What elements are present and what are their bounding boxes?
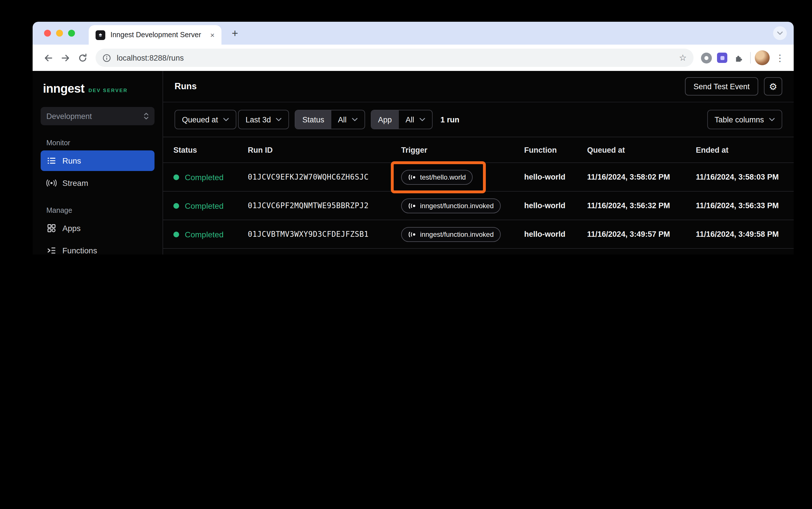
status-dot-icon <box>173 203 179 208</box>
page-title: Runs <box>174 81 685 92</box>
table-row[interactable]: Completed 01JCVC9EFKJ2W70WQHC6ZH6SJC tes… <box>163 163 794 192</box>
environment-select[interactable]: Development <box>41 107 155 125</box>
sidebar-item-label: Stream <box>62 178 88 188</box>
column-header-run-id: Run ID <box>248 145 401 154</box>
column-header-ended-at: Ended at <box>696 145 794 154</box>
gear-icon: ⚙ <box>769 81 777 92</box>
send-test-event-button[interactable]: Send Test Event <box>685 77 758 96</box>
site-info-icon[interactable] <box>102 54 111 62</box>
chevron-down-icon <box>419 118 425 121</box>
url-text: localhost:8288/runs <box>117 54 673 62</box>
chevron-down-icon <box>352 118 357 121</box>
sidebar-item-label: Runs <box>62 156 81 165</box>
run-count: 1 run <box>440 115 459 124</box>
browser-tabstrip: Inngest Development Server × + <box>33 22 794 45</box>
column-header-queued-at: Queued at <box>587 145 696 154</box>
window-controls <box>33 30 83 37</box>
event-trigger-icon <box>408 203 416 208</box>
sidebar: inngest DEV SERVER Development Monitor R… <box>33 71 163 254</box>
column-header-status: Status <box>173 145 248 154</box>
time-range-label: Last 3d <box>246 115 271 124</box>
trigger-badge[interactable]: inngest/function.invoked <box>401 227 501 242</box>
screenshot-stage: Inngest Development Server × + localhost… <box>0 0 812 254</box>
updown-chevron-icon <box>143 112 149 120</box>
column-header-function: Function <box>524 145 587 154</box>
sidebar-item-stream[interactable]: Stream <box>41 173 155 193</box>
trigger-badge[interactable]: test/hello.world <box>401 170 473 184</box>
toolbar-divider <box>750 52 751 64</box>
sidebar-item-label: Functions <box>62 246 97 254</box>
reload-icon[interactable] <box>74 49 91 66</box>
function-cell: hello-world <box>524 230 587 238</box>
tab-search-chevron-icon[interactable] <box>773 26 787 40</box>
close-tab-icon[interactable]: × <box>209 30 216 40</box>
functions-icon <box>46 245 57 254</box>
queued-at-cell: 11/16/2024, 3:58:02 PM <box>587 173 696 181</box>
function-cell: hello-world <box>524 173 587 181</box>
address-bar[interactable]: localhost:8288/runs ☆ <box>96 48 693 67</box>
manage-section-label: Manage <box>41 206 155 214</box>
status-cell: Completed <box>173 172 248 181</box>
monitor-section-label: Monitor <box>41 139 155 147</box>
time-field-label: Queued at <box>182 115 218 124</box>
app-filter-value[interactable]: All <box>398 110 432 129</box>
table-columns-label: Table columns <box>714 115 764 124</box>
environment-select-value: Development <box>46 112 92 121</box>
sidebar-item-runs[interactable]: Runs <box>41 150 155 171</box>
trigger-badge[interactable]: inngest/function.invoked <box>401 198 501 213</box>
status-filter-value[interactable]: All <box>331 110 364 129</box>
settings-gear-button[interactable]: ⚙ <box>764 77 782 96</box>
column-header-trigger: Trigger <box>401 145 524 154</box>
profile-avatar[interactable] <box>755 50 770 65</box>
sidebar-item-apps[interactable]: Apps <box>41 218 155 238</box>
inngest-logo: inngest <box>43 82 85 94</box>
ended-at-cell: 11/16/2024, 3:58:03 PM <box>696 173 794 181</box>
trigger-cell: inngest/function.invoked <box>401 227 501 242</box>
run-id-cell: 01JCVBTMV3WXY9D3CFDEJFZSB1 <box>248 230 401 238</box>
forward-icon[interactable] <box>57 49 74 66</box>
back-icon[interactable] <box>39 49 57 66</box>
time-field-filter[interactable]: Queued at <box>174 110 236 129</box>
event-trigger-icon <box>408 174 416 180</box>
function-cell: hello-world <box>524 201 587 210</box>
trigger-cell: inngest/function.invoked <box>401 198 501 213</box>
status-filter[interactable]: Status All <box>295 110 365 129</box>
new-tab-button[interactable]: + <box>232 28 238 39</box>
status-cell: Completed <box>173 201 248 210</box>
table-row[interactable]: Completed 01JCVBTMV3WXY9D3CFDEJFZSB1 inn… <box>163 220 794 249</box>
table-header: Status Run ID Trigger Function Queued at… <box>163 137 794 163</box>
zoom-window-button[interactable] <box>68 30 75 37</box>
chevron-down-icon <box>769 118 775 121</box>
browser-toolbar: localhost:8288/runs ☆ ⋮ <box>33 45 794 71</box>
privacy-extension-icon[interactable] <box>698 52 714 63</box>
apps-icon <box>46 223 57 233</box>
browser-menu-icon[interactable]: ⋮ <box>770 52 787 63</box>
minimize-window-button[interactable] <box>56 30 63 37</box>
close-window-button[interactable] <box>44 30 51 37</box>
browser-tab[interactable]: Inngest Development Server × <box>89 25 222 45</box>
dev-server-badge: DEV SERVER <box>89 88 128 94</box>
filter-bar: Queued at Last 3d Status All <box>163 102 794 137</box>
page-header: Runs Send Test Event ⚙ <box>163 71 794 102</box>
ended-at-cell: 11/16/2024, 3:56:33 PM <box>696 201 794 210</box>
browser-window: Inngest Development Server × + localhost… <box>33 22 794 254</box>
logo-row: inngest DEV SERVER <box>41 80 155 94</box>
purple-extension-icon[interactable] <box>714 53 730 63</box>
queued-at-cell: 11/16/2024, 3:49:57 PM <box>587 230 696 238</box>
ended-at-cell: 11/16/2024, 3:49:58 PM <box>696 230 794 238</box>
queued-at-cell: 11/16/2024, 3:56:32 PM <box>587 201 696 210</box>
app-filter-label: App <box>371 110 398 129</box>
chevron-down-icon <box>276 118 282 121</box>
runs-icon <box>46 156 57 166</box>
table-row[interactable]: Completed 01JCVC6PF2MQNMTWE95BBRZPJ2 inn… <box>163 192 794 220</box>
run-id-cell: 01JCVC9EFKJ2W70WQHC6ZH6SJC <box>248 173 401 181</box>
event-trigger-icon <box>408 231 416 237</box>
stream-icon <box>46 178 57 188</box>
sidebar-item-functions[interactable]: Functions <box>41 240 155 254</box>
extensions-puzzle-icon[interactable] <box>730 53 746 63</box>
inngest-favicon-icon <box>96 30 105 40</box>
app-filter[interactable]: App All <box>370 110 432 129</box>
table-columns-button[interactable]: Table columns <box>707 110 782 129</box>
bookmark-star-icon[interactable]: ☆ <box>679 53 687 63</box>
time-range-filter[interactable]: Last 3d <box>238 110 289 129</box>
